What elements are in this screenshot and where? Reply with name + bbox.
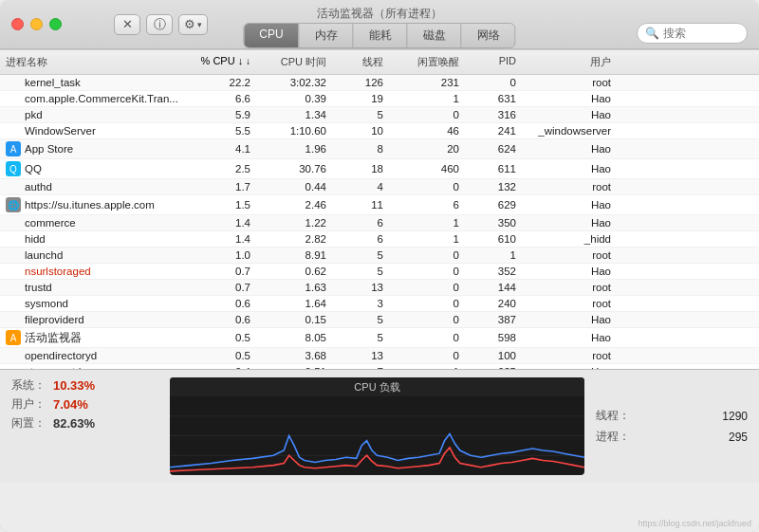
appstore-icon: A [6, 141, 21, 156]
td-name: QQQ [0, 159, 190, 178]
table-row[interactable]: launchd1.08.91501root [0, 248, 759, 264]
minimize-button[interactable] [30, 18, 43, 30]
td-cpu: 1.0 [190, 248, 256, 263]
table-row[interactable]: 🌐https://su.itunes.apple.com1.52.4611662… [0, 195, 759, 215]
stat-idle-value: 82.63% [53, 416, 95, 431]
td-name: hidd [0, 231, 190, 247]
td-threads: 5 [332, 264, 389, 279]
stat-user-value: 7.04% [53, 397, 88, 412]
td-idle_wake: 1 [389, 364, 465, 369]
td-name: nsurlstoraged [0, 264, 190, 279]
col-header-cputime[interactable]: CPU 时间 [256, 53, 332, 71]
td-cpu: 1.4 [190, 231, 256, 247]
td-cpu: 5.9 [190, 107, 256, 122]
td-cputime: 1.64 [256, 296, 332, 311]
td-name: fileproviderd [0, 312, 190, 327]
tab-network[interactable]: 网络 [462, 24, 515, 47]
td-name: trustd [0, 280, 190, 295]
process-name: com.apple.CommerceKit.Tran... [25, 93, 178, 104]
td-user: root [522, 75, 617, 90]
stat-threads: 线程： 1290 [596, 408, 748, 424]
process-name: pkd [25, 109, 43, 120]
td-user: Hao [522, 215, 617, 230]
td-pid: 100 [465, 348, 522, 363]
stat-system-value: 10.33% [53, 378, 95, 393]
td-cputime: 0.39 [256, 91, 332, 106]
process-table: 进程名称 % CPU ↓ CPU 时间 线程 闲置唤醒 PID 用户 kerne… [0, 49, 759, 369]
col-header-idlewake[interactable]: 闲置唤醒 [389, 53, 465, 71]
td-threads: 13 [332, 348, 389, 363]
search-input[interactable] [663, 27, 739, 40]
table-row[interactable]: commerce1.41.2261350Hao [0, 215, 759, 231]
td-user: root [522, 179, 617, 194]
td-cputime: 1.34 [256, 107, 332, 122]
process-name: launchd [25, 249, 63, 261]
col-header-cpu[interactable]: % CPU ↓ [190, 53, 256, 71]
td-idle_wake: 0 [389, 312, 465, 327]
td-pid: 629 [465, 197, 522, 212]
col-header-name[interactable]: 进程名称 [0, 53, 190, 71]
td-pid: 352 [465, 264, 522, 279]
info-button[interactable]: ⓘ [146, 14, 173, 35]
stat-user-label: 用户： [11, 396, 47, 413]
td-cpu: 0.5 [190, 330, 256, 345]
table-row[interactable]: A活动监视器0.58.0550598Hao [0, 328, 759, 348]
table-row[interactable]: authd1.70.4440132root [0, 179, 759, 195]
td-user: root [522, 248, 617, 263]
col-header-user[interactable]: 用户 [522, 53, 617, 71]
table-row[interactable]: hidd1.42.8261610_hidd [0, 231, 759, 248]
td-name: commerce [0, 215, 190, 230]
stop-process-button[interactable]: ✕ [114, 14, 140, 35]
td-idle_wake: 0 [389, 330, 465, 345]
process-name: WindowServer [25, 125, 96, 137]
col-header-pid[interactable]: PID [465, 53, 522, 71]
td-threads: 7 [332, 364, 389, 369]
col-header-threads[interactable]: 线程 [332, 53, 389, 71]
table-row[interactable]: trustd0.71.63130144root [0, 280, 759, 296]
tab-disk[interactable]: 磁盘 [408, 24, 462, 47]
td-name: pkd [0, 107, 190, 122]
fullscreen-button[interactable] [49, 18, 62, 30]
table-row[interactable]: AApp Store4.11.96820624Hao [0, 139, 759, 159]
tab-memory[interactable]: 内存 [300, 24, 354, 47]
process-name: storeassetd [25, 366, 81, 369]
td-pid: 132 [465, 179, 522, 194]
close-button[interactable] [11, 18, 24, 30]
td-idle_wake: 0 [389, 296, 465, 311]
td-idle_wake: 0 [389, 280, 465, 295]
td-idle_wake: 0 [389, 348, 465, 363]
td-threads: 5 [332, 248, 389, 263]
table-row[interactable]: QQQ2.530.7618460611Hao [0, 159, 759, 179]
td-pid: 598 [465, 330, 522, 345]
table-row[interactable]: opendirectoryd0.53.68130100root [0, 348, 759, 364]
table-row[interactable]: fileproviderd0.60.1550387Hao [0, 312, 759, 328]
table-row[interactable]: WindowServer5.51:10.601046241_windowserv… [0, 123, 759, 139]
td-user: Hao [522, 107, 617, 122]
td-cputime: 0.15 [256, 312, 332, 327]
td-threads: 10 [332, 123, 389, 138]
table-row[interactable]: kernel_task22.23:02.321262310root [0, 75, 759, 91]
td-pid: 0 [465, 75, 522, 90]
td-cputime: 1.22 [256, 215, 332, 230]
td-user: root [522, 348, 617, 363]
td-cputime: 30.76 [256, 161, 332, 176]
td-pid: 611 [465, 161, 522, 176]
td-threads: 5 [332, 107, 389, 122]
globe-icon: 🌐 [6, 197, 21, 212]
table-row[interactable]: com.apple.CommerceKit.Tran...6.60.391916… [0, 91, 759, 107]
table-row[interactable]: pkd5.91.3450316Hao [0, 107, 759, 123]
stat-idle-label: 闲置： [11, 415, 47, 431]
td-cputime: 3:02.32 [256, 75, 332, 90]
td-cputime: 1.63 [256, 280, 332, 295]
td-name: A活动监视器 [0, 328, 190, 347]
td-cputime: 0.62 [256, 264, 332, 279]
tab-cpu[interactable]: CPU [244, 24, 299, 47]
td-cpu: 0.6 [190, 296, 256, 311]
table-row[interactable]: nsurlstoraged0.70.6250352Hao [0, 264, 759, 280]
td-user: Hao [522, 330, 617, 345]
window: ✕ ⓘ ⚙ ▾ 活动监视器（所有进程） CPU 内存 能耗 磁盘 网络 🔍 [0, 0, 759, 532]
gear-menu-button[interactable]: ⚙ ▾ [178, 14, 208, 35]
td-threads: 3 [332, 296, 389, 311]
table-row[interactable]: sysmond0.61.6430240root [0, 296, 759, 312]
tab-energy[interactable]: 能耗 [354, 24, 408, 47]
